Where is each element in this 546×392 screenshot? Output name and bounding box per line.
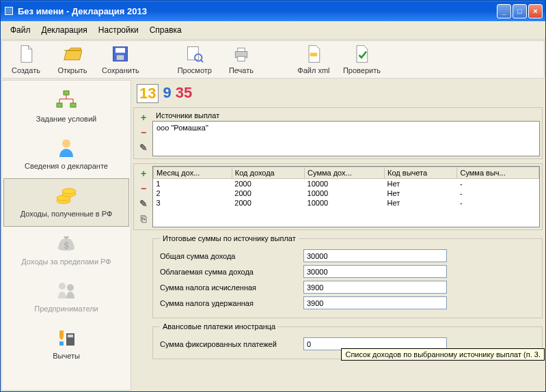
income-edit-button[interactable]: ✎ [137, 197, 150, 210]
svg-point-22 [67, 284, 74, 291]
total-input[interactable] [303, 249, 447, 262]
income-table[interactable]: Месяц дох... Код дохода Сумма дох... Код… [153, 167, 539, 208]
svg-rect-9 [238, 48, 245, 51]
app-icon [3, 5, 14, 16]
col-sum[interactable]: Сумма дох... [305, 167, 385, 179]
rate-tab-9[interactable]: 9 [163, 84, 171, 103]
withheld-input[interactable] [303, 296, 447, 309]
sidebar-item-income-rf[interactable]: Доходы, полученные в РФ [3, 178, 129, 227]
new-file-icon [16, 44, 36, 64]
menu-help[interactable]: Справка [146, 24, 186, 36]
svg-rect-1 [5, 8, 12, 14]
filexml-button[interactable]: Файл xml [297, 44, 331, 74]
svg-point-19 [62, 188, 76, 194]
taxable-label: Облагаемая сумма дохода [160, 268, 303, 276]
folder-open-icon [63, 44, 82, 64]
svg-text:$: $ [64, 241, 69, 251]
print-button[interactable]: Печать [224, 44, 258, 74]
advance-legend: Авансовые платежи иностранца [160, 322, 278, 331]
taxable-input[interactable] [303, 265, 447, 278]
magnifier-icon [185, 44, 204, 64]
svg-point-21 [59, 283, 66, 290]
calc-input[interactable] [303, 281, 447, 294]
toolbar: Создать Открыть Сохранить Просмотр Печат… [1, 40, 545, 79]
svg-rect-12 [64, 91, 69, 95]
create-button[interactable]: Создать [9, 44, 43, 74]
col-month[interactable]: Месяц дох... [154, 167, 232, 179]
table-row[interactable]: 1 2000 10000 Нет - [154, 179, 539, 189]
svg-rect-14 [70, 103, 76, 107]
file-xml-icon [304, 44, 323, 64]
sources-panel: + − ✎ Источники выплат ооо "Ромашка" [133, 107, 543, 159]
svg-line-7 [201, 60, 204, 63]
income-add-button[interactable]: + [137, 167, 150, 180]
check-button[interactable]: Проверить [343, 44, 381, 74]
income-remove-button[interactable]: − [137, 182, 150, 195]
calc-label: Сумма налога исчисленная [160, 283, 303, 292]
sidebar: Задание условий Сведения о декларанте До… [1, 80, 131, 391]
total-label: Общая сумма дохода [160, 252, 303, 260]
minimize-button[interactable]: _ [497, 4, 511, 18]
sidebar-item-conditions[interactable]: Задание условий [2, 84, 131, 131]
sources-title: Источники выплат [152, 110, 540, 121]
svg-rect-13 [57, 103, 62, 107]
sidebar-item-income-abroad[interactable]: $ Доходы за пределами РФ [2, 227, 131, 274]
rate-tabs: 13 9 35 [133, 82, 545, 105]
floppy-icon [111, 44, 130, 64]
withheld-label: Сумма налога удержанная [160, 299, 303, 307]
check-icon [352, 44, 371, 64]
source-add-button[interactable]: + [137, 111, 150, 124]
sidebar-item-entrepreneurs[interactable]: Предприниматели [2, 274, 131, 321]
main-area: Задание условий Сведения о декларанте До… [1, 80, 545, 391]
svg-rect-11 [310, 53, 318, 56]
table-row[interactable]: 3 2000 10000 Нет - [154, 198, 539, 208]
totals-fieldset: Итоговые суммы по источнику выплат Общая… [152, 234, 543, 318]
person-icon [55, 137, 77, 158]
svg-rect-3 [115, 48, 125, 53]
svg-rect-4 [117, 55, 124, 60]
menu-file[interactable]: Файл [6, 24, 35, 36]
rate-tab-35[interactable]: 35 [176, 84, 192, 103]
conditions-icon [55, 89, 77, 111]
save-button[interactable]: Сохранить [102, 44, 139, 74]
titlebar[interactable]: Без имени - Декларация 2013 _ □ × [1, 1, 545, 21]
fixed-label: Сумма фиксированных платежей [160, 340, 303, 348]
rate-tab-13[interactable]: 13 [137, 84, 159, 103]
coins-icon [55, 184, 77, 206]
close-button[interactable]: × [528, 4, 543, 18]
open-button[interactable]: Открыть [55, 44, 90, 74]
sidebar-item-deductions[interactable]: Вычеты [2, 321, 131, 368]
deductions-icon [55, 326, 77, 348]
col-dsum[interactable]: Сумма выч... [457, 167, 539, 179]
source-edit-button[interactable]: ✎ [137, 141, 150, 154]
source-remove-button[interactable]: − [137, 126, 150, 139]
window-title: Без имени - Декларация 2013 [18, 6, 497, 16]
maximize-button[interactable]: □ [513, 4, 527, 18]
entrepreneurs-icon [55, 279, 77, 301]
col-dcode[interactable]: Код вычета [385, 167, 457, 179]
income-panel: + − ✎ ⎘ Месяц дох... Код дохода Сумма до… [133, 163, 543, 230]
list-item[interactable]: ооо "Ромашка" [156, 123, 536, 132]
sources-list[interactable]: ооо "Ромашка" [152, 121, 540, 156]
table-row[interactable]: 2 2000 10000 Нет - [154, 188, 539, 198]
income-copy-button[interactable]: ⎘ [137, 212, 150, 225]
money-bag-icon: $ [55, 232, 77, 254]
printer-icon [232, 44, 251, 64]
col-code[interactable]: Код дохода [232, 167, 304, 179]
app-window: Без имени - Декларация 2013 _ □ × Файл Д… [0, 0, 546, 392]
preview-button[interactable]: Просмотр [178, 44, 212, 74]
totals-legend: Итоговые суммы по источнику выплат [160, 234, 299, 242]
svg-point-15 [62, 139, 70, 148]
menu-declaration[interactable]: Декларация [38, 24, 92, 36]
sidebar-item-declarant[interactable]: Сведения о декларанте [2, 131, 131, 178]
content: 13 9 35 + − ✎ Источники выплат ооо "Рома… [131, 80, 545, 391]
svg-rect-5 [187, 47, 198, 60]
svg-rect-10 [238, 57, 245, 61]
svg-rect-24 [68, 335, 73, 337]
menubar: Файл Декларация Настройки Справка [1, 21, 545, 40]
tooltip: Список доходов по выбранному источнику в… [341, 348, 545, 361]
menu-settings[interactable]: Настройки [94, 24, 143, 36]
